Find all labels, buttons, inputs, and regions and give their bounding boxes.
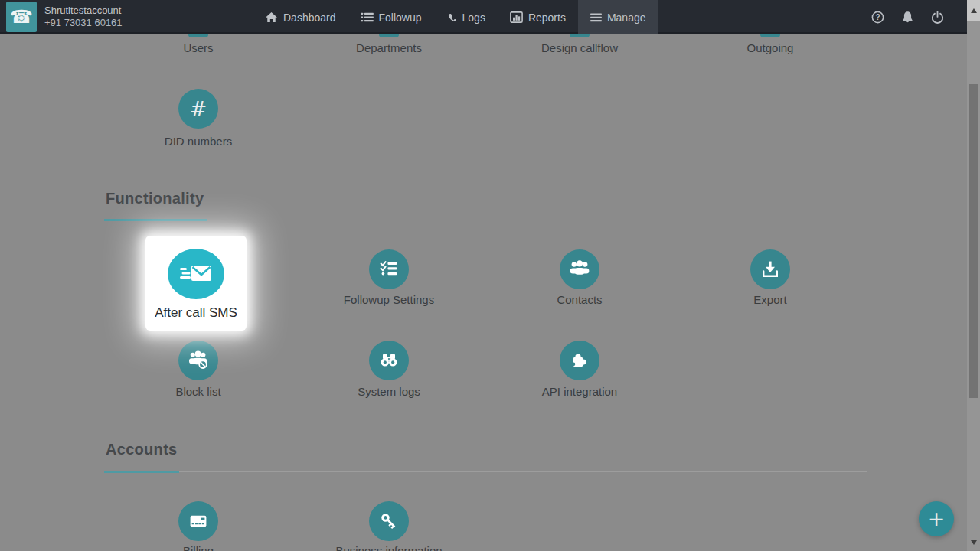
did-numbers-icon: #	[178, 89, 218, 129]
arrow-down-icon	[971, 540, 977, 545]
account-info: Shrutitestaccount +91 73031 60161	[44, 5, 122, 29]
nav-label: Logs	[462, 11, 485, 24]
tile-label: Export	[753, 293, 786, 306]
tile-label: Billing	[183, 544, 214, 551]
tile-label: System logs	[358, 385, 420, 398]
section-divider	[104, 220, 867, 220]
notifications-icon	[901, 11, 914, 24]
account-name: Shrutitestaccount	[44, 5, 122, 17]
scrollbar-thumb[interactable]	[969, 84, 978, 398]
tile-block-list[interactable]: Block list	[103, 341, 294, 398]
tile-label: Business information	[335, 544, 442, 551]
scroll-down-button[interactable]	[967, 536, 980, 549]
users-icon	[188, 34, 208, 37]
help-icon: ?	[871, 11, 884, 24]
followup-settings-icon	[369, 249, 409, 289]
tile-label: API integration	[542, 385, 617, 398]
power-button[interactable]	[931, 11, 944, 24]
scrollbar[interactable]	[967, 0, 980, 551]
tile-label: Departments	[356, 41, 422, 54]
nav-label: Dashboard	[283, 11, 336, 24]
tile-followup-settings[interactable]: Followup Settings	[293, 249, 485, 306]
section-divider-accent	[104, 471, 179, 473]
tile-billing[interactable]: Billing	[103, 501, 294, 551]
nav-label: Followup	[379, 11, 422, 24]
contacts-icon	[560, 249, 599, 289]
section-title-accounts: Accounts	[106, 441, 178, 458]
scroll-up-button[interactable]	[967, 0, 980, 21]
tile-design-callflow[interactable]: Design callflow	[484, 34, 675, 54]
manage-page: ☎ Shrutitestaccount +91 73031 60161 Dash…	[0, 0, 980, 551]
api-integration-icon	[560, 341, 599, 380]
outgoing-icon	[760, 34, 780, 37]
tile-label: Followup Settings	[344, 293, 434, 306]
nav-dashboard[interactable]: Dashboard	[253, 0, 348, 34]
system-logs-icon	[369, 341, 409, 380]
block-list-icon	[178, 341, 218, 380]
topbar-actions: ?	[871, 0, 944, 34]
brand: ☎ Shrutitestaccount +91 73031 60161	[6, 2, 122, 32]
tile-after-call-sms[interactable]: After call SMS	[145, 236, 247, 331]
nav-reports[interactable]: Reports	[498, 0, 578, 34]
nav-logs[interactable]: Logs	[434, 0, 498, 34]
phone-icon	[446, 12, 457, 23]
topbar: ☎ Shrutitestaccount +91 73031 60161 Dash…	[0, 0, 967, 34]
home-icon	[265, 11, 278, 23]
business-information-icon	[369, 501, 409, 541]
section-title-functionality: Functionality	[106, 190, 204, 207]
tile-outgoing[interactable]: Outgoing	[675, 34, 866, 54]
add-button[interactable]: +	[919, 501, 954, 536]
nav-manage[interactable]: Manage	[578, 0, 658, 34]
tile-label: Design callflow	[541, 41, 618, 54]
tile-label: Outgoing	[747, 41, 794, 54]
export-icon	[750, 249, 790, 289]
tile-system-logs[interactable]: System logs	[293, 341, 485, 398]
bar-chart-icon	[510, 11, 523, 23]
account-phone: +91 73031 60161	[44, 17, 122, 29]
tile-contacts[interactable]: Contacts	[484, 249, 675, 306]
departments-icon	[379, 34, 399, 37]
billing-icon	[178, 501, 218, 541]
notifications-button[interactable]	[901, 11, 914, 24]
nav-label: Manage	[607, 11, 646, 24]
tile-label: Contacts	[557, 293, 602, 306]
help-button[interactable]: ?	[871, 11, 884, 24]
section-divider-accent	[104, 219, 207, 221]
tile-label: DID numbers	[165, 135, 232, 148]
menu-icon	[590, 13, 602, 22]
after-call-sms-icon	[168, 249, 224, 299]
section-divider	[104, 471, 867, 472]
tile-export[interactable]: Export	[675, 249, 866, 306]
tile-departments[interactable]: Departments	[293, 34, 485, 54]
tile-users[interactable]: Users	[103, 34, 294, 54]
nav-label: Reports	[528, 11, 566, 24]
tile-api-integration[interactable]: API integration	[484, 341, 675, 398]
tile-label: After call SMS	[155, 305, 237, 321]
svg-text:?: ?	[875, 13, 880, 21]
list-icon	[361, 12, 374, 22]
arrow-up-icon	[971, 8, 977, 13]
design-callflow-icon	[570, 34, 590, 37]
power-icon	[931, 11, 944, 24]
phone-logo-icon: ☎	[10, 8, 33, 26]
main-nav: Dashboard Followup Logs Reports Manage	[253, 0, 658, 34]
tile-did-numbers[interactable]: # DID numbers	[103, 89, 294, 148]
app-logo[interactable]: ☎	[6, 2, 37, 32]
tile-label: Users	[183, 41, 213, 54]
tile-business-information[interactable]: Business information	[293, 501, 485, 551]
nav-followup[interactable]: Followup	[348, 0, 434, 34]
tile-label: Block list	[175, 385, 220, 398]
